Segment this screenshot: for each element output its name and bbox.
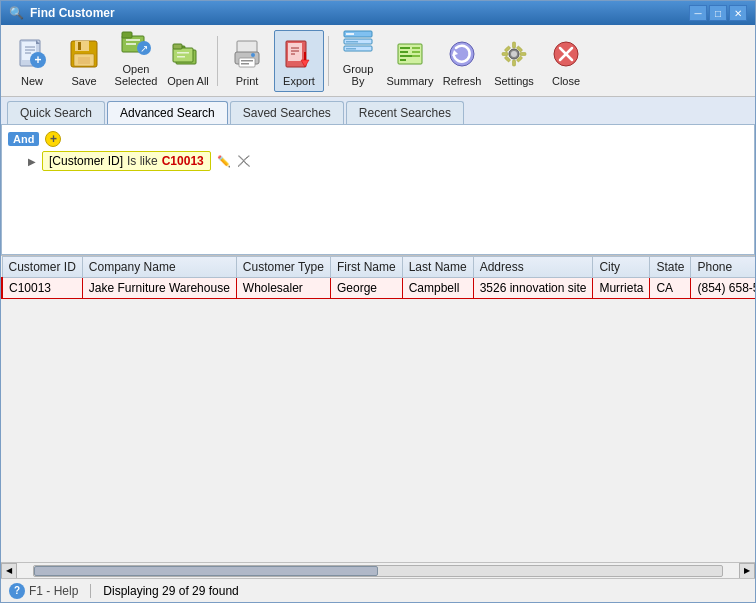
title-bar-left: 🔍 Find Customer: [9, 6, 115, 20]
cell-customer-type: Wholesaler: [236, 278, 330, 299]
tab-recent-searches[interactable]: Recent Searches: [346, 101, 464, 124]
tree-indent: ▶: [28, 156, 36, 167]
status-bar: ? F1 - Help Displaying 29 of 29 found: [1, 578, 755, 602]
table-container[interactable]: Customer ID Company Name Customer Type F…: [1, 255, 755, 562]
new-icon: +: [13, 35, 51, 73]
group-by-icon: [339, 23, 377, 61]
svg-rect-12: [78, 57, 90, 64]
svg-rect-59: [520, 52, 526, 55]
scrollbar-area: ◀ ▶: [1, 562, 755, 578]
svg-point-30: [251, 53, 255, 57]
svg-rect-43: [346, 48, 356, 50]
toolbar: + New Save: [1, 25, 755, 97]
svg-rect-41: [346, 33, 354, 35]
tab-advanced-search[interactable]: Advanced Search: [107, 101, 228, 124]
cell-address: 3526 innovation site: [473, 278, 593, 299]
horizontal-scrollbar[interactable]: [33, 565, 723, 577]
scroll-left-button[interactable]: ◀: [1, 563, 17, 579]
close-icon: [547, 35, 585, 73]
summary-icon: [391, 35, 429, 73]
refresh-icon: [443, 35, 481, 73]
col-city[interactable]: City: [593, 257, 650, 278]
open-selected-button[interactable]: ↗ Open Selected: [111, 30, 161, 92]
new-button[interactable]: + New: [7, 30, 57, 92]
svg-rect-28: [241, 60, 253, 62]
save-button[interactable]: Save: [59, 30, 109, 92]
tabs-bar: Quick Search Advanced Search Saved Searc…: [1, 97, 755, 125]
col-state[interactable]: State: [650, 257, 691, 278]
svg-rect-23: [177, 52, 189, 54]
col-last-name[interactable]: Last Name: [402, 257, 473, 278]
window-title: Find Customer: [30, 6, 115, 20]
svg-rect-32: [288, 43, 302, 61]
cell-phone: (854) 658-54: [691, 278, 755, 299]
table-header-row: Customer ID Company Name Customer Type F…: [2, 257, 755, 278]
and-badge: And: [8, 132, 39, 146]
window-close-button[interactable]: ✕: [729, 5, 747, 21]
refresh-button[interactable]: Refresh: [437, 30, 487, 92]
svg-rect-10: [78, 42, 81, 50]
svg-rect-29: [241, 63, 249, 65]
export-button[interactable]: Export: [274, 30, 324, 92]
save-label: Save: [71, 75, 96, 87]
col-address[interactable]: Address: [473, 257, 593, 278]
print-button[interactable]: Print: [222, 30, 272, 92]
col-customer-id[interactable]: Customer ID: [2, 257, 82, 278]
new-icon-svg: +: [16, 38, 48, 70]
svg-rect-42: [346, 41, 358, 43]
svg-text:+: +: [34, 53, 41, 67]
separator-2: [328, 36, 329, 86]
svg-text:↗: ↗: [140, 43, 148, 54]
cell-last-name: Campbell: [402, 278, 473, 299]
open-selected-svg: ↗: [120, 26, 152, 58]
tab-saved-searches[interactable]: Saved Searches: [230, 101, 344, 124]
scrollbar-thumb[interactable]: [34, 566, 378, 576]
help-icon: ?: [9, 583, 25, 599]
svg-rect-27: [239, 58, 255, 67]
svg-rect-21: [173, 48, 193, 62]
close-button[interactable]: Close: [541, 30, 591, 92]
settings-icon: [495, 35, 533, 73]
and-row: And +: [8, 131, 748, 147]
col-customer-type[interactable]: Customer Type: [236, 257, 330, 278]
status-separator: [90, 584, 91, 598]
filter-val: C10013: [162, 154, 204, 168]
open-all-icon: [169, 35, 207, 73]
filter-key: [Customer ID]: [49, 154, 123, 168]
col-first-name[interactable]: First Name: [330, 257, 402, 278]
filter-row: ▶ [Customer ID] Is like C10013 ✏️ 🞩: [8, 151, 748, 171]
results-table: Customer ID Company Name Customer Type F…: [1, 256, 755, 299]
table-row[interactable]: C10013 Jake Furniture Warehouse Wholesal…: [2, 278, 755, 299]
export-svg: [283, 38, 315, 70]
svg-rect-24: [177, 56, 185, 58]
open-selected-icon: ↗: [117, 23, 155, 61]
scroll-right-button[interactable]: ▶: [739, 563, 755, 579]
group-by-label: Group By: [336, 63, 380, 87]
summary-label: Summary: [386, 75, 433, 87]
title-bar-controls: ─ □ ✕: [689, 5, 747, 21]
open-all-svg: [172, 38, 204, 70]
col-phone[interactable]: Phone: [691, 257, 755, 278]
help-section: ? F1 - Help: [9, 583, 78, 599]
minimize-button[interactable]: ─: [689, 5, 707, 21]
filter-op: Is like: [127, 154, 158, 168]
search-area: And + ▶ [Customer ID] Is like C10013 ✏️ …: [1, 125, 755, 255]
svg-rect-56: [513, 42, 516, 48]
summary-svg: [394, 38, 426, 70]
filter-chip[interactable]: [Customer ID] Is like C10013: [42, 151, 211, 171]
close-svg: [550, 38, 582, 70]
close-label: Close: [552, 75, 580, 87]
add-condition-button[interactable]: +: [45, 131, 61, 147]
delete-filter-icon[interactable]: 🞩: [237, 154, 250, 169]
title-bar: 🔍 Find Customer ─ □ ✕: [1, 1, 755, 25]
settings-button[interactable]: Settings: [489, 30, 539, 92]
open-all-button[interactable]: Open All: [163, 30, 213, 92]
open-all-label: Open All: [167, 75, 209, 87]
col-company-name[interactable]: Company Name: [82, 257, 236, 278]
edit-filter-icon[interactable]: ✏️: [217, 155, 231, 168]
display-count: Displaying 29 of 29 found: [103, 584, 238, 598]
maximize-button[interactable]: □: [709, 5, 727, 21]
tab-quick-search[interactable]: Quick Search: [7, 101, 105, 124]
group-by-button[interactable]: Group By: [333, 30, 383, 92]
summary-button[interactable]: Summary: [385, 30, 435, 92]
